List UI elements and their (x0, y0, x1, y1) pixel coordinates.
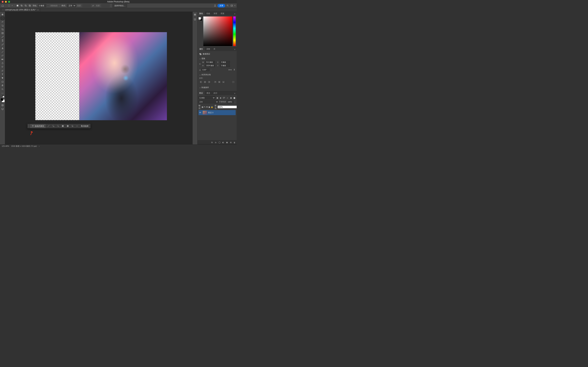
link-layers-icon[interactable]: ⧉ (211, 141, 213, 144)
opacity-input[interactable] (227, 100, 234, 103)
align-bottom[interactable]: ⊔ (222, 80, 225, 83)
zoom-window[interactable] (8, 1, 10, 3)
blend-mode-select[interactable]: 正常 (199, 100, 218, 103)
tab-color[interactable]: 颜色 (198, 12, 205, 16)
document-tab[interactable]: × cybergirl.png @ 125% (图层 0, 红/8) * × (0, 8, 40, 12)
close-tab-icon[interactable]: × (37, 9, 38, 11)
healing-tool[interactable] (0, 39, 5, 42)
hue-slider[interactable] (233, 17, 236, 46)
align-vcenter[interactable]: ⊟ (218, 80, 221, 83)
feather-input[interactable] (38, 4, 46, 7)
lasso-tool[interactable] (0, 20, 5, 24)
tab-swatches[interactable]: 色板 (205, 12, 212, 16)
filter-smart-icon[interactable]: ▣ (229, 96, 232, 99)
fill-input[interactable] (218, 106, 237, 108)
screenmode-tool[interactable] (0, 107, 5, 111)
workspace-icon[interactable] (230, 4, 234, 7)
filter-toggle[interactable]: ⬤ (233, 96, 236, 99)
flip-v-icon[interactable]: ⊼ (234, 69, 235, 71)
document-canvas[interactable] (35, 32, 167, 120)
filter-adjust-icon[interactable]: ◐ (219, 96, 222, 99)
mask-icon[interactable] (66, 124, 69, 128)
stamp-tool[interactable] (0, 46, 5, 50)
status-chevron[interactable]: › (39, 145, 40, 147)
home-icon[interactable] (1, 4, 4, 7)
link-wh-icon[interactable]: ⧉ (199, 63, 201, 65)
fill-icon[interactable] (70, 124, 74, 128)
tab-patterns[interactable]: 图案 (219, 12, 226, 16)
panel-color-swatch[interactable] (199, 17, 202, 21)
panel-icon-1[interactable] (193, 13, 196, 16)
align-right[interactable]: ⊐ (207, 80, 211, 83)
pen-tool[interactable] (0, 69, 5, 72)
transform-section[interactable]: 变换 (202, 57, 205, 60)
panel-menu-icon[interactable]: ≡ (233, 92, 237, 95)
move-tool[interactable]: ✥ (0, 13, 5, 16)
new-layer-icon[interactable]: ⊞ (229, 141, 232, 144)
zoom-tool[interactable] (0, 88, 5, 91)
quickmask-tool[interactable] (0, 104, 5, 107)
minimize-window[interactable] (5, 1, 7, 3)
layer-mask-icon[interactable]: ◯ (218, 141, 221, 144)
subtract-selection-icon[interactable] (56, 124, 60, 128)
more-icon[interactable]: ⋯ (75, 124, 79, 128)
tab-channels[interactable]: 通道 (205, 91, 212, 95)
tab-gradients[interactable]: 渐变 (212, 12, 219, 16)
x-field[interactable] (220, 61, 230, 64)
edit-toolbar[interactable]: ⋯ (0, 91, 5, 95)
layer-thumbnail[interactable] (203, 111, 207, 115)
style-select[interactable]: 正常 (67, 4, 76, 7)
invert-selection-icon[interactable] (61, 124, 65, 128)
tab-libraries[interactable]: 库 (212, 47, 217, 51)
share-button[interactable]: 共享 (218, 4, 225, 8)
tab-paths[interactable]: 路径 (212, 91, 219, 95)
layer-group-icon[interactable]: ▣ (226, 141, 228, 144)
height-field[interactable] (205, 64, 215, 67)
filter-pixel-icon[interactable]: ▦ (216, 96, 219, 99)
adjustment-layer-icon[interactable]: ◐ (222, 141, 224, 144)
align-more[interactable]: ⋯ (232, 80, 235, 83)
angle-field[interactable] (202, 68, 210, 71)
search-icon[interactable] (226, 4, 229, 7)
crop-tool[interactable] (0, 28, 5, 31)
color-field[interactable] (203, 17, 232, 46)
tab-layers[interactable]: 图层 (198, 91, 205, 95)
lock-all-icon[interactable]: 🔒 (211, 106, 213, 108)
panel-menu-icon[interactable]: ≡ (233, 48, 237, 51)
type-tool[interactable]: T (0, 73, 5, 76)
tab-adjustments[interactable]: 调整 (205, 47, 212, 51)
panel-icon-2[interactable] (193, 18, 196, 21)
quick-section[interactable]: 快速操作 (202, 86, 209, 89)
layer-kind-filter[interactable]: Q 类型 (199, 96, 215, 99)
selection-add-icon[interactable] (20, 4, 23, 7)
object-select-tool[interactable] (0, 24, 5, 27)
tab-properties[interactable]: 属性 (198, 47, 205, 51)
select-and-mask-button[interactable]: 选择并遮住... (112, 4, 127, 8)
marquee-tool[interactable] (0, 17, 5, 20)
delete-layer-icon[interactable]: 🗑 (233, 141, 236, 144)
layer-name[interactable]: 图层 0 (208, 111, 213, 114)
width-field[interactable] (205, 61, 215, 64)
close-window[interactable] (2, 1, 4, 3)
path-select-tool[interactable] (0, 76, 5, 80)
align-hcenter[interactable]: ⊟ (203, 80, 207, 83)
brush-selection-icon[interactable] (47, 124, 50, 128)
lock-paint-icon[interactable]: ✎ (204, 106, 206, 108)
panel-menu-icon[interactable]: ≡ (233, 12, 237, 16)
gradient-tool[interactable] (0, 58, 5, 61)
eraser-tool[interactable] (0, 54, 5, 57)
filter-shape-icon[interactable]: ▱ (226, 96, 229, 99)
visibility-icon[interactable]: 👁 (199, 112, 202, 114)
lock-nest-icon[interactable]: ▣ (208, 106, 210, 108)
eyedropper-tool[interactable] (0, 35, 5, 39)
small-swatch[interactable] (0, 95, 5, 97)
add-selection-icon[interactable] (51, 124, 55, 128)
hand-tool[interactable] (0, 84, 5, 87)
selection-new-icon[interactable] (16, 4, 19, 7)
align-left[interactable]: ⊏ (199, 80, 203, 83)
lock-trans-icon[interactable]: ▦ (202, 106, 203, 108)
generative-fill-button[interactable]: 创成式填充 (30, 124, 46, 128)
cancel-selection-button[interactable]: 取消选择 (80, 125, 90, 127)
doc-dimensions[interactable]: 1533 像素 x 1024 像素 (72 ppi) (11, 145, 37, 147)
frame-tool[interactable] (0, 32, 5, 35)
